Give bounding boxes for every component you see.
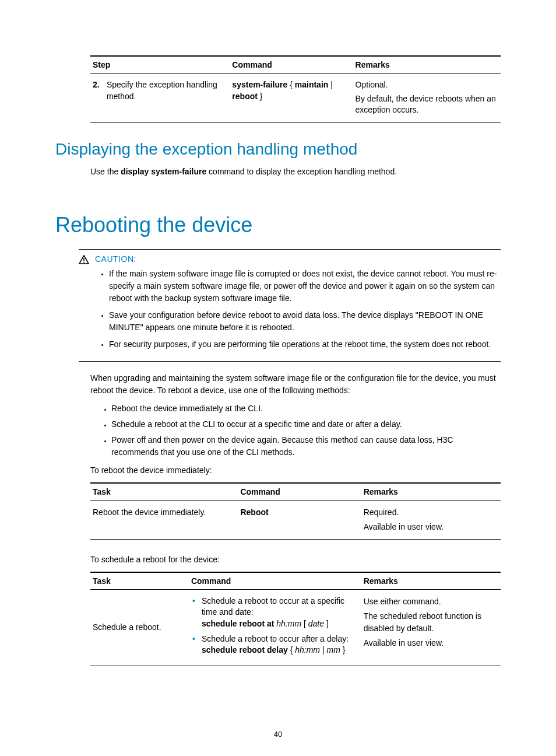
paragraph-display: Use the display system-failure command t…	[90, 166, 501, 178]
step-number: 2.	[93, 79, 104, 91]
caution-icon	[79, 255, 89, 264]
task-cell: Reboot the device immediately.	[90, 500, 238, 539]
col-step: Step	[90, 56, 230, 74]
remarks-cell: Optional. By default, the device reboots…	[353, 74, 501, 123]
col-remarks: Remarks	[361, 483, 501, 501]
list-item: Schedule a reboot at the CLI to occur at…	[111, 418, 501, 430]
col-remarks: Remarks	[353, 56, 501, 74]
caution-box: CAUTION: If the main system software ima…	[79, 249, 501, 362]
col-command: Command	[189, 572, 361, 590]
reboot-methods-list: Reboot the device immediately at the CLI…	[55, 402, 501, 459]
command-option: Schedule a reboot to occur after a delay…	[191, 634, 359, 656]
caution-label: CAUTION:	[95, 254, 136, 264]
col-task: Task	[90, 572, 189, 590]
command-cell: Schedule a reboot to occur at a specific…	[189, 589, 361, 666]
step-table: Step Command Remarks 2. Specify the exce…	[90, 55, 501, 123]
table-row: Reboot the device immediately. Reboot Re…	[90, 500, 501, 539]
reboot-immediate-table: Task Command Remarks Reboot the device i…	[90, 482, 501, 540]
reboot-schedule-table: Task Command Remarks Schedule a reboot. …	[90, 572, 501, 666]
step-text: Specify the exception handling method.	[107, 79, 225, 102]
caution-item: If the main system software image file i…	[109, 268, 501, 304]
remarks-cell: Required. Available in user view.	[361, 500, 501, 539]
command-option: Schedule a reboot to occur at a specific…	[191, 596, 359, 630]
table-row: Schedule a reboot. Schedule a reboot to …	[90, 589, 501, 666]
paragraph-reboot-intro: When upgrading and maintaining the syste…	[90, 372, 501, 397]
col-remarks: Remarks	[361, 572, 501, 590]
list-item: Power off and then power on the device a…	[111, 434, 501, 459]
table-row: 2. Specify the exception handling method…	[90, 74, 501, 123]
svg-point-1	[83, 261, 85, 262]
command-cell: Reboot	[238, 500, 361, 539]
heading-displaying: Displaying the exception handling method	[55, 140, 501, 159]
task-cell: Schedule a reboot.	[90, 589, 189, 666]
paragraph-reboot-immediately: To reboot the device immediately:	[90, 464, 501, 477]
caution-item: Save your configuration before device re…	[109, 309, 501, 334]
paragraph-reboot-schedule: To schedule a reboot for the device:	[90, 554, 501, 566]
page-number: 40	[0, 730, 556, 738]
command-cell: system-failure { maintain | reboot }	[230, 74, 353, 123]
col-task: Task	[90, 483, 238, 501]
list-item: Reboot the device immediately at the CLI…	[111, 402, 501, 415]
remarks-cell: Use either command. The scheduled reboot…	[361, 589, 501, 666]
col-command: Command	[238, 483, 361, 501]
heading-rebooting: Rebooting the device	[55, 213, 501, 237]
col-command: Command	[230, 56, 353, 74]
caution-item: For security purposes, if you are perfor…	[109, 338, 501, 351]
